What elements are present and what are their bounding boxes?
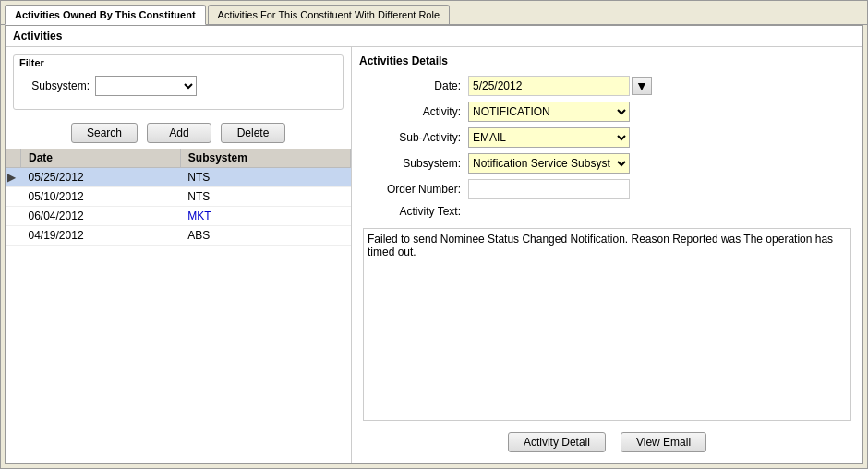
activity-text-detail-label: Activity Text: xyxy=(359,205,461,218)
subsystem-filter-label: Subsystem: xyxy=(25,79,90,92)
add-button[interactable]: Add xyxy=(147,123,211,143)
row-indicator xyxy=(6,207,21,226)
subactivity-detail-row: Sub-Activity: EMAIL xyxy=(356,125,859,150)
date-detail-input[interactable] xyxy=(468,76,630,96)
details-section-title: Activities Details xyxy=(356,51,859,73)
table-row[interactable]: 06/04/2012MKT xyxy=(6,207,351,226)
activity-text-area[interactable]: Failed to send Nominee Status Changed No… xyxy=(363,228,851,421)
search-button[interactable]: Search xyxy=(71,123,138,143)
row-subsystem: MKT xyxy=(180,207,350,226)
subactivity-detail-label: Sub-Activity: xyxy=(359,131,461,144)
activities-table: Date Subsystem ▶05/25/2012NTS05/10/2012N… xyxy=(6,149,351,246)
subsystem-detail-label: Subsystem: xyxy=(359,157,461,170)
filter-section: Filter Subsystem: xyxy=(13,54,344,110)
activity-detail-button[interactable]: Activity Detail xyxy=(508,432,606,452)
row-indicator xyxy=(6,187,21,207)
left-panel: Filter Subsystem: Search Add Delete xyxy=(6,47,352,463)
subsystem-detail-row: Subsystem: Notification Service Subsyst xyxy=(356,150,859,176)
tab-activities-different-role[interactable]: Activities For This Constituent With Dif… xyxy=(208,5,450,24)
subsystem-column-header: Subsystem xyxy=(180,149,350,168)
row-indicator: ▶ xyxy=(6,168,21,187)
section-title: Activities xyxy=(6,26,862,47)
order-number-detail-input[interactable] xyxy=(468,179,630,199)
table-row[interactable]: 05/10/2012NTS xyxy=(6,187,351,207)
activity-detail-row: Activity: NOTIFICATION xyxy=(356,99,859,125)
subsystem-detail-select[interactable]: Notification Service Subsyst xyxy=(468,153,630,174)
row-subsystem: ABS xyxy=(180,226,350,246)
content-area: Activities Filter Subsystem: Search xyxy=(5,25,863,464)
date-column-header: Date xyxy=(21,149,181,168)
row-date: 06/04/2012 xyxy=(21,207,181,226)
row-date: 05/25/2012 xyxy=(21,168,181,187)
subactivity-detail-select[interactable]: EMAIL xyxy=(468,127,630,148)
view-email-button[interactable]: View Email xyxy=(621,432,706,452)
tab-activities-owned[interactable]: Activities Owned By This Constituent xyxy=(5,5,206,25)
filter-buttons-row: Search Add Delete xyxy=(6,117,351,149)
activities-table-container: Date Subsystem ▶05/25/2012NTS05/10/2012N… xyxy=(6,149,351,463)
right-panel: Activities Details Date: ▼ Activity: NOT… xyxy=(352,47,862,463)
details-bottom-buttons: Activity Detail View Email xyxy=(356,425,859,460)
row-date: 05/10/2012 xyxy=(21,187,181,207)
filter-row: Subsystem: xyxy=(14,70,343,102)
panels: Filter Subsystem: Search Add Delete xyxy=(6,47,862,463)
activities-tbody: ▶05/25/2012NTS05/10/2012NTS06/04/2012MKT… xyxy=(6,168,351,246)
activity-detail-select[interactable]: NOTIFICATION xyxy=(468,102,630,122)
subsystem-filter-select[interactable] xyxy=(95,76,197,96)
order-number-detail-row: Order Number: xyxy=(356,176,859,202)
date-detail-label: Date: xyxy=(359,79,461,92)
activity-text-detail-row: Activity Text: xyxy=(356,202,859,221)
table-header-row: Date Subsystem xyxy=(6,149,351,168)
order-number-detail-label: Order Number: xyxy=(359,183,461,196)
main-container: Activities Owned By This Constituent Act… xyxy=(0,0,868,469)
activity-text-content: Failed to send Nominee Status Changed No… xyxy=(368,233,833,259)
row-date: 04/19/2012 xyxy=(21,226,181,246)
date-dropdown-icon[interactable]: ▼ xyxy=(632,77,652,95)
row-subsystem: NTS xyxy=(180,187,350,207)
indicator-header xyxy=(6,149,21,168)
table-row[interactable]: ▶05/25/2012NTS xyxy=(6,168,351,187)
tabs-bar: Activities Owned By This Constituent Act… xyxy=(1,1,867,25)
row-indicator xyxy=(6,226,21,246)
activity-detail-label: Activity: xyxy=(359,105,461,118)
filter-title: Filter xyxy=(14,55,343,70)
row-subsystem: NTS xyxy=(180,168,350,187)
table-row[interactable]: 04/19/2012ABS xyxy=(6,226,351,246)
delete-button[interactable]: Delete xyxy=(221,123,285,143)
date-detail-row: Date: ▼ xyxy=(356,73,859,99)
